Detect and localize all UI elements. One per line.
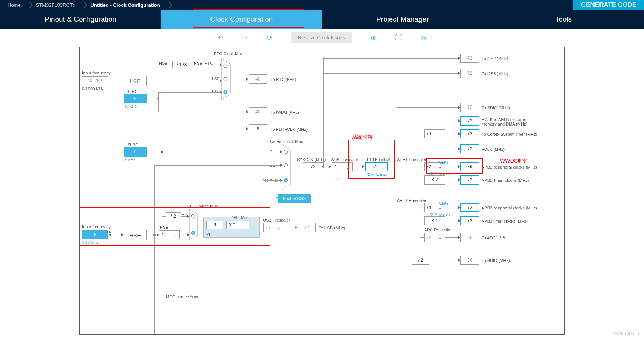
- pclk2-val[interactable]: 72: [460, 203, 479, 212]
- apb1-pre-lbl: APB1 Prescaler: [397, 157, 426, 162]
- zoom-out-icon[interactable]: ⊖: [421, 34, 426, 42]
- i2s3-out: To I2S3 (MHz): [482, 71, 508, 76]
- svg-point-6: [191, 214, 195, 218]
- breadcrumb-bar: Home STM32F103RCTx Untitled - Clock Conf…: [0, 0, 644, 10]
- annotation-sysclk: 系统时钟: [352, 134, 373, 141]
- usb-pre-select[interactable]: / 1: [263, 223, 284, 232]
- apb2-x1: X 1: [424, 216, 445, 225]
- pllmul-select[interactable]: X 9: [226, 221, 249, 229]
- apb2-peri-out: APB2 peripheral clocks (MHz): [482, 206, 537, 210]
- pclk1-val[interactable]: 36: [460, 162, 479, 171]
- hse-freq-input[interactable]: 8: [82, 230, 108, 239]
- lse-freq-input[interactable]: 32.768: [82, 76, 108, 85]
- zoom-in-icon[interactable]: ⊕: [371, 34, 376, 42]
- flitf-val: 8: [249, 124, 267, 133]
- hse-pll-lbl: HSE: [160, 225, 168, 229]
- iwdg-out: To IWDG (KHz): [270, 110, 299, 115]
- crumb-device[interactable]: STM32F103RCTx: [28, 2, 83, 8]
- lse-range: 0-1000 KHz: [82, 87, 104, 91]
- usb-pre-lbl: USB Prescaler: [263, 218, 290, 222]
- adc-pre-select[interactable]: / 2: [424, 233, 445, 242]
- clock-diagram-canvas[interactable]: Input frequency 32.768 0-1000 KHz Input …: [79, 47, 565, 335]
- lse-box: LSE: [124, 76, 147, 86]
- apb1-peri-out: APB1 peripheral clocks (MHz): [482, 165, 537, 169]
- undo-icon[interactable]: ↶: [218, 34, 223, 42]
- hse-box: HSE: [124, 230, 147, 240]
- i2s3-val: 72: [460, 69, 479, 78]
- lse-mux-lbl: LSE: [212, 76, 220, 81]
- svg-point-10: [284, 150, 288, 154]
- watermark: CSDN@Dir_xr: [612, 331, 641, 336]
- tab-project[interactable]: Project Manager: [322, 10, 483, 29]
- mco-mux-lbl: MCO source Mux: [166, 295, 198, 299]
- usb-val: 72: [297, 223, 316, 232]
- fit-icon[interactable]: ⛶: [395, 34, 402, 42]
- ahb-pre-select[interactable]: / 1: [332, 162, 353, 171]
- ahb-bus-val: 72: [460, 116, 479, 126]
- pll-lbl: PLL: [206, 232, 214, 237]
- adc-pre-lbl: ADC Prescaler: [424, 228, 452, 232]
- svg-point-1: [224, 64, 227, 68]
- hse-freq-label: Input frequency: [82, 225, 111, 229]
- clock-toolbar: ↶ ↷ ⟳ Resolve Clock Issues ⊕ ⛶ ⊖: [0, 29, 644, 47]
- tab-tools[interactable]: Tools: [483, 10, 644, 29]
- apb1-x2: X 2: [424, 175, 445, 185]
- hclk-val[interactable]: 72: [365, 162, 388, 171]
- tab-clock[interactable]: Clock Configuration: [161, 10, 322, 29]
- tab-pinout[interactable]: Pinout & Configuration: [0, 10, 161, 29]
- cortex-val: 72: [460, 129, 479, 138]
- sdio-val: 72: [460, 103, 479, 112]
- apb1-tim-out: APB1 Timer clocks (MHz): [482, 178, 529, 183]
- rtc-mux-label: RTC Clock Mux: [214, 51, 243, 56]
- annotation-wwdg: WWDG时钟: [500, 158, 528, 164]
- enable-css-button[interactable]: Enable CSS: [278, 194, 311, 203]
- sys-mux[interactable]: [282, 144, 294, 190]
- ahb-pre-lbl: AHB Prescaler: [331, 157, 358, 162]
- svg-marker-5: [189, 209, 198, 240]
- i2s2-out: To I2S2 (MHz): [482, 56, 508, 61]
- sdio-out: To SDIO (MHz): [482, 105, 510, 110]
- ahb-bus-out: HCLK to AHB bus, core, memory and DMA (M…: [482, 117, 534, 126]
- usb-out: To USB (MHz): [319, 226, 345, 230]
- lse-freq-label: Input frequency: [82, 71, 111, 75]
- hsi-div2: / 2: [166, 212, 181, 220]
- apb2-tim-out: APB2 timer clocks (MHz): [482, 219, 528, 223]
- sdio-out2: To SDIO (MHz): [482, 258, 510, 263]
- hse-rtc-div: / 128: [172, 61, 191, 68]
- apb1-tim-val: 72: [460, 175, 479, 185]
- lsi-mux-lbl: LSI: [212, 90, 218, 94]
- sys-mux-lbl: System Clock Mux: [269, 139, 303, 144]
- pll-in[interactable]: 8: [206, 221, 223, 229]
- rtc-val: 40: [249, 74, 267, 84]
- vline-separator: [119, 47, 119, 335]
- fclk-out: FCLK (MHz): [482, 147, 505, 152]
- cortex-out: To Cortex System timer (MHz): [482, 132, 537, 136]
- sysclk-val: 72: [303, 162, 323, 171]
- svg-point-8: [192, 232, 194, 234]
- svg-point-11: [284, 163, 288, 167]
- hsi-rc-label: HSI RC: [124, 143, 138, 147]
- tabs-bar: Pinout & Configuration Clock Configurati…: [0, 10, 644, 29]
- iwdg-val: 40: [249, 107, 267, 116]
- hse-range: 4-16 MHz: [82, 240, 98, 245]
- hsi-sys-lbl: HSI: [267, 150, 273, 154]
- adc-val: 36: [460, 233, 479, 242]
- resolve-issues-button[interactable]: Resolve Clock Issues: [291, 32, 352, 43]
- fclk-val: 72: [460, 144, 479, 153]
- svg-point-2: [224, 77, 227, 81]
- hsi-freq: 8 MHz: [124, 158, 135, 162]
- pllmul-lbl: *PLLMul: [232, 215, 248, 220]
- lsi-rc-label: LSI RC: [124, 89, 137, 94]
- cortex-div-select[interactable]: / 1: [424, 129, 445, 138]
- crumb-home[interactable]: Home: [0, 2, 28, 8]
- i2s2-val: 72: [460, 54, 479, 63]
- hclk-max: 72 MHz max: [366, 172, 387, 177]
- sysclk-lbl: SYSCLK (MHz): [297, 157, 326, 162]
- hse-div-select[interactable]: / 1: [159, 230, 180, 239]
- apb2-pre-lbl: APB2 Prescaler: [397, 198, 426, 203]
- generate-code-button[interactable]: GENERATE CODE: [573, 0, 644, 10]
- refresh-icon[interactable]: ⟳: [267, 34, 272, 42]
- hsi-rc-box: 8: [124, 147, 147, 157]
- lsi-freq: 40 KHz: [124, 104, 137, 109]
- sdio-val2: 36: [460, 256, 479, 265]
